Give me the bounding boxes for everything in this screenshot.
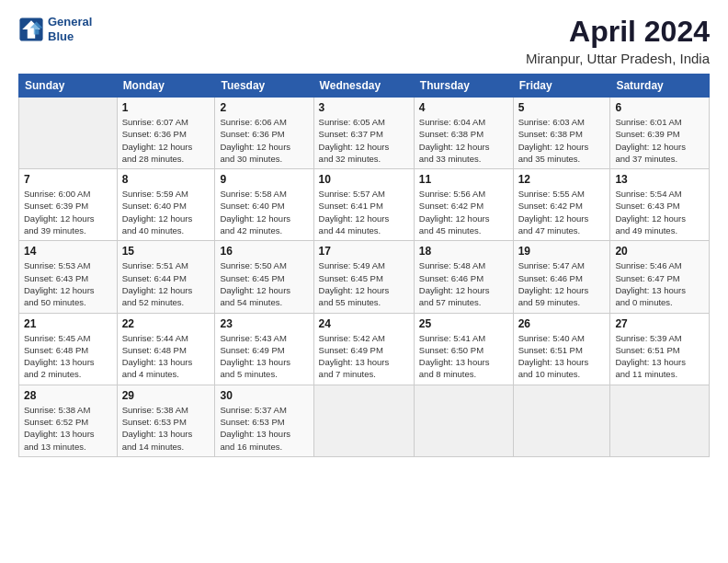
day-detail: Sunrise: 5:58 AM Sunset: 6:40 PM Dayligh… [220, 188, 308, 236]
calendar-cell: 11Sunrise: 5:56 AM Sunset: 6:42 PM Dayli… [414, 169, 513, 241]
calendar-cell [610, 385, 710, 456]
day-detail: Sunrise: 6:07 AM Sunset: 6:36 PM Dayligh… [122, 116, 210, 165]
day-detail: Sunrise: 6:01 AM Sunset: 6:39 PM Dayligh… [615, 116, 704, 165]
col-header-sunday: Sunday [19, 75, 118, 98]
day-number: 27 [615, 317, 704, 330]
calendar-cell: 8Sunrise: 5:59 AM Sunset: 6:40 PM Daylig… [117, 169, 215, 241]
calendar-cell: 13Sunrise: 5:54 AM Sunset: 6:43 PM Dayli… [610, 169, 710, 241]
day-number: 3 [319, 101, 409, 114]
day-detail: Sunrise: 6:04 AM Sunset: 6:38 PM Dayligh… [419, 116, 508, 165]
day-number: 8 [122, 173, 210, 186]
calendar-cell: 10Sunrise: 5:57 AM Sunset: 6:41 PM Dayli… [313, 169, 414, 241]
day-detail: Sunrise: 5:38 AM Sunset: 6:53 PM Dayligh… [122, 404, 210, 453]
day-number: 2 [220, 101, 308, 114]
calendar-cell: 4Sunrise: 6:04 AM Sunset: 6:38 PM Daylig… [414, 98, 513, 169]
calendar-cell: 9Sunrise: 5:58 AM Sunset: 6:40 PM Daylig… [215, 169, 313, 241]
calendar-cell: 30Sunrise: 5:37 AM Sunset: 6:53 PM Dayli… [215, 385, 313, 456]
day-number: 7 [24, 173, 112, 186]
calendar-cell [19, 98, 118, 169]
logo-icon [18, 17, 44, 42]
day-detail: Sunrise: 6:06 AM Sunset: 6:36 PM Dayligh… [220, 116, 308, 165]
day-detail: Sunrise: 5:51 AM Sunset: 6:44 PM Dayligh… [122, 259, 210, 308]
calendar-cell: 5Sunrise: 6:03 AM Sunset: 6:38 PM Daylig… [513, 98, 610, 169]
day-number: 20 [615, 245, 704, 258]
day-detail: Sunrise: 5:45 AM Sunset: 6:48 PM Dayligh… [24, 332, 112, 381]
logo: General Blue [18, 15, 92, 43]
calendar-cell: 17Sunrise: 5:49 AM Sunset: 6:45 PM Dayli… [313, 241, 414, 313]
calendar-cell: 1Sunrise: 6:07 AM Sunset: 6:36 PM Daylig… [117, 98, 215, 169]
calendar-cell: 14Sunrise: 5:53 AM Sunset: 6:43 PM Dayli… [19, 241, 118, 313]
calendar-cell: 26Sunrise: 5:40 AM Sunset: 6:51 PM Dayli… [513, 313, 610, 385]
col-header-saturday: Saturday [610, 75, 710, 98]
calendar-cell: 7Sunrise: 6:00 AM Sunset: 6:39 PM Daylig… [19, 169, 118, 241]
calendar-week-1: 1Sunrise: 6:07 AM Sunset: 6:36 PM Daylig… [19, 98, 710, 169]
day-detail: Sunrise: 6:03 AM Sunset: 6:38 PM Dayligh… [518, 116, 606, 165]
day-detail: Sunrise: 5:55 AM Sunset: 6:42 PM Dayligh… [518, 188, 606, 236]
subtitle: Miranpur, Uttar Pradesh, India [526, 51, 710, 66]
day-number: 23 [220, 317, 308, 330]
day-detail: Sunrise: 5:37 AM Sunset: 6:53 PM Dayligh… [220, 404, 308, 453]
day-detail: Sunrise: 5:47 AM Sunset: 6:46 PM Dayligh… [518, 259, 606, 308]
calendar-cell: 16Sunrise: 5:50 AM Sunset: 6:45 PM Dayli… [215, 241, 313, 313]
calendar-cell: 27Sunrise: 5:39 AM Sunset: 6:51 PM Dayli… [610, 313, 710, 385]
calendar-week-3: 14Sunrise: 5:53 AM Sunset: 6:43 PM Dayli… [19, 241, 710, 313]
calendar-cell: 23Sunrise: 5:43 AM Sunset: 6:49 PM Dayli… [215, 313, 313, 385]
day-number: 11 [419, 173, 508, 186]
calendar-week-4: 21Sunrise: 5:45 AM Sunset: 6:48 PM Dayli… [19, 313, 710, 385]
calendar-week-2: 7Sunrise: 6:00 AM Sunset: 6:39 PM Daylig… [19, 169, 710, 241]
calendar-cell: 18Sunrise: 5:48 AM Sunset: 6:46 PM Dayli… [414, 241, 513, 313]
day-number: 30 [220, 389, 308, 402]
day-detail: Sunrise: 5:44 AM Sunset: 6:48 PM Dayligh… [122, 332, 210, 381]
calendar-cell [513, 385, 610, 456]
day-detail: Sunrise: 5:42 AM Sunset: 6:49 PM Dayligh… [319, 332, 409, 381]
day-detail: Sunrise: 5:50 AM Sunset: 6:45 PM Dayligh… [220, 259, 308, 308]
calendar-cell: 19Sunrise: 5:47 AM Sunset: 6:46 PM Dayli… [513, 241, 610, 313]
day-number: 5 [518, 101, 606, 114]
day-number: 13 [615, 173, 704, 186]
col-header-thursday: Thursday [414, 75, 513, 98]
day-detail: Sunrise: 5:43 AM Sunset: 6:49 PM Dayligh… [220, 332, 308, 381]
day-detail: Sunrise: 5:56 AM Sunset: 6:42 PM Dayligh… [419, 188, 508, 236]
day-detail: Sunrise: 5:48 AM Sunset: 6:46 PM Dayligh… [419, 259, 508, 308]
calendar-cell: 22Sunrise: 5:44 AM Sunset: 6:48 PM Dayli… [117, 313, 215, 385]
calendar-cell [313, 385, 414, 456]
day-number: 1 [122, 101, 210, 114]
col-header-tuesday: Tuesday [215, 75, 313, 98]
day-number: 6 [615, 101, 704, 114]
calendar-header-row: SundayMondayTuesdayWednesdayThursdayFrid… [19, 75, 710, 98]
day-number: 4 [419, 101, 508, 114]
col-header-friday: Friday [513, 75, 610, 98]
calendar-cell: 15Sunrise: 5:51 AM Sunset: 6:44 PM Dayli… [117, 241, 215, 313]
calendar-week-5: 28Sunrise: 5:38 AM Sunset: 6:52 PM Dayli… [19, 385, 710, 456]
day-number: 25 [419, 317, 508, 330]
page: General Blue April 2024 Miranpur, Uttar … [0, 0, 728, 563]
day-number: 9 [220, 173, 308, 186]
calendar-cell [414, 385, 513, 456]
day-number: 16 [220, 245, 308, 258]
day-number: 26 [518, 317, 606, 330]
col-header-wednesday: Wednesday [313, 75, 414, 98]
day-number: 21 [24, 317, 112, 330]
logo-text: General Blue [48, 15, 92, 43]
day-detail: Sunrise: 5:54 AM Sunset: 6:43 PM Dayligh… [615, 188, 704, 236]
calendar-cell: 6Sunrise: 6:01 AM Sunset: 6:39 PM Daylig… [610, 98, 710, 169]
day-detail: Sunrise: 5:41 AM Sunset: 6:50 PM Dayligh… [419, 332, 508, 381]
day-number: 24 [319, 317, 409, 330]
calendar-cell: 2Sunrise: 6:06 AM Sunset: 6:36 PM Daylig… [215, 98, 313, 169]
calendar-cell: 28Sunrise: 5:38 AM Sunset: 6:52 PM Dayli… [19, 385, 118, 456]
calendar-cell: 21Sunrise: 5:45 AM Sunset: 6:48 PM Dayli… [19, 313, 118, 385]
day-detail: Sunrise: 5:40 AM Sunset: 6:51 PM Dayligh… [518, 332, 606, 381]
day-number: 12 [518, 173, 606, 186]
day-number: 29 [122, 389, 210, 402]
day-detail: Sunrise: 5:59 AM Sunset: 6:40 PM Dayligh… [122, 188, 210, 236]
day-number: 17 [319, 245, 409, 258]
header: General Blue April 2024 Miranpur, Uttar … [18, 15, 710, 66]
day-detail: Sunrise: 6:00 AM Sunset: 6:39 PM Dayligh… [24, 188, 112, 236]
title-block: April 2024 Miranpur, Uttar Pradesh, Indi… [526, 15, 710, 66]
day-detail: Sunrise: 5:38 AM Sunset: 6:52 PM Dayligh… [24, 404, 112, 453]
calendar-cell: 12Sunrise: 5:55 AM Sunset: 6:42 PM Dayli… [513, 169, 610, 241]
day-detail: Sunrise: 5:39 AM Sunset: 6:51 PM Dayligh… [615, 332, 704, 381]
day-detail: Sunrise: 5:49 AM Sunset: 6:45 PM Dayligh… [319, 259, 409, 308]
main-title: April 2024 [526, 15, 710, 49]
col-header-monday: Monday [117, 75, 215, 98]
